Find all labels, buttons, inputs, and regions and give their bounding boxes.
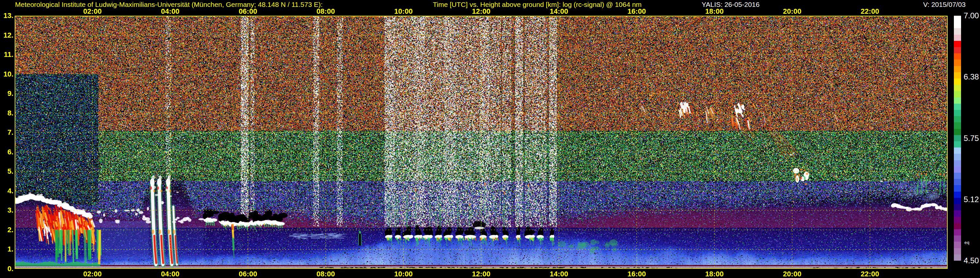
colorbar-segment: [954, 35, 961, 41]
colorbar-segment: [954, 160, 961, 166]
colorbar-segment: [954, 104, 961, 110]
colorbar-segment: [954, 235, 961, 242]
colorbar-tick-label: 5.12: [964, 195, 980, 204]
colorbar-segment: [954, 154, 961, 160]
colorbar-segment: [954, 110, 961, 116]
x-axis-tick-top: 10:00: [388, 7, 419, 16]
colorbar-segment: [954, 229, 961, 235]
version-label: V: 2015/07/03: [923, 1, 966, 8]
colorbar-segment: [954, 97, 961, 104]
x-axis-tick-bottom: 22:00: [854, 270, 886, 278]
colorbar-segment: [954, 72, 961, 78]
x-axis-tick-bottom: 06:00: [232, 270, 264, 278]
x-axis-tick-top: 20:00: [776, 7, 808, 16]
x-axis-tick-top: 06:00: [232, 7, 264, 16]
colorbar-segment: [954, 41, 961, 47]
colorbar-segment: [954, 129, 961, 135]
colorbar-segment: [954, 185, 961, 191]
x-axis-tick-bottom: 18:00: [699, 270, 730, 278]
y-axis-tick: 0.: [0, 265, 13, 273]
y-axis-tick: 4.: [0, 187, 13, 195]
y-axis-tick: 2.: [0, 226, 13, 234]
x-axis-tick-top: 08:00: [310, 7, 341, 16]
y-axis-tick: 1.: [0, 245, 13, 254]
x-axis-tick-top: 12:00: [466, 7, 497, 16]
colorbar-segment: [954, 135, 961, 141]
colorbar-tick-label: 6.38: [964, 72, 980, 81]
colorbar-segment: [954, 173, 961, 179]
colorbar-segment: [954, 53, 961, 59]
plot-title: Time [UTC] vs. Height above ground [km]:…: [433, 1, 641, 8]
colorbar-segment: [954, 91, 961, 97]
colorbar-segment: [954, 59, 961, 66]
x-axis-tick-top: 04:00: [154, 7, 186, 16]
x-axis-tick-bottom: 10:00: [388, 270, 419, 278]
x-axis-tick-top: 16:00: [621, 7, 652, 16]
colorbar-segment: [954, 166, 961, 173]
x-axis-tick-top: 14:00: [543, 7, 574, 16]
colorbar-segment: [954, 16, 961, 22]
colorbar-segment: [954, 147, 961, 154]
colorbar-segment: [954, 116, 961, 122]
y-axis-tick: 3.: [0, 206, 13, 214]
colorbar-eq-label: eq: [964, 240, 970, 245]
colorbar-segment: [954, 217, 961, 223]
colorbar-segment: [954, 66, 961, 72]
colorbar-segment: [954, 141, 961, 147]
x-axis-tick-bottom: 12:00: [466, 270, 497, 278]
x-axis-tick-top: 18:00: [699, 7, 730, 16]
colorbar-segment: [954, 47, 961, 53]
x-axis-tick-bottom: 16:00: [621, 270, 652, 278]
colorbar-segment: [954, 78, 961, 85]
colorbar: [954, 16, 961, 260]
x-axis-tick-top: 02:00: [77, 7, 108, 16]
y-axis-tick: 10.: [0, 70, 13, 78]
x-axis-tick-bottom: 04:00: [154, 270, 186, 278]
y-axis-tick: 13.: [0, 11, 13, 20]
y-axis-tick: 11.: [0, 50, 13, 59]
y-axis-tick: 9.: [0, 89, 13, 98]
heatmap-canvas: [15, 16, 948, 269]
colorbar-segment: [954, 223, 961, 229]
x-axis-tick-bottom: 02:00: [77, 270, 108, 278]
colorbar-tick-label: 4.50: [964, 256, 980, 265]
colorbar-segment: [954, 179, 961, 185]
colorbar-tick-label: 7.00: [964, 11, 980, 20]
x-axis-tick-top: 22:00: [854, 7, 886, 16]
colorbar-segment: [954, 192, 961, 198]
colorbar-segment: [954, 254, 961, 260]
colorbar-segment: [954, 28, 961, 34]
colorbar-segment: [954, 210, 961, 217]
colorbar-segment: [954, 204, 961, 210]
colorbar-segment: [954, 85, 961, 91]
colorbar-segment: [954, 198, 961, 204]
colorbar-segment: [954, 22, 961, 28]
colorbar-segment: [954, 122, 961, 129]
x-axis-tick-bottom: 20:00: [776, 270, 808, 278]
y-axis-tick: 8.: [0, 109, 13, 117]
x-axis-tick-bottom: 08:00: [310, 270, 341, 278]
colorbar-segment: [954, 242, 961, 248]
x-axis-tick-bottom: 14:00: [543, 270, 574, 278]
y-axis-tick: 7.: [0, 128, 13, 137]
lidar-quicklook-viewer: Meteorological Institute of Ludwig-Maxim…: [0, 0, 980, 278]
colorbar-segment: [954, 248, 961, 254]
y-axis-tick: 12.: [0, 31, 13, 40]
colorbar-tick-label: 5.75: [964, 134, 980, 143]
y-axis-tick: 6.: [0, 148, 13, 157]
y-axis-tick: 5.: [0, 167, 13, 176]
